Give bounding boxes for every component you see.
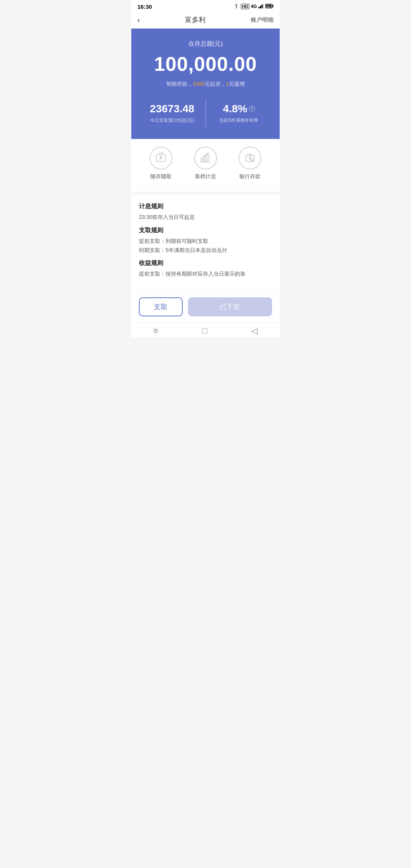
bank-deposit-icon: ¥	[239, 147, 261, 169]
today-interest-stat: 23673.48 今日支取预计结息(元)	[139, 99, 206, 128]
deposit-withdraw-icon: ¥	[150, 147, 172, 169]
nav-bar: ‹ 富多利 账户明细	[131, 11, 280, 29]
signal-icon	[258, 4, 264, 10]
feature-bank-deposit: ¥ 银行存款	[239, 147, 261, 180]
status-bar: 16:30 HD 4G 21	[131, 0, 280, 11]
wifi-icon	[233, 4, 239, 10]
feature-label-3: 银行存款	[239, 173, 261, 180]
hd-badge: HD	[241, 4, 249, 9]
feature-label-1: 随存随取	[150, 173, 172, 180]
hero-description: 智能存款，1000元起存，1元递增	[139, 81, 272, 88]
desc-unit2: 元递增	[229, 81, 245, 87]
svg-rect-2	[260, 6, 261, 8]
rate-stat: 4.8% ? 当前5年满期年利率	[206, 99, 272, 128]
total-amount: 100,000.00	[139, 53, 272, 75]
svg-rect-12	[204, 156, 206, 162]
nav-menu[interactable]: ≡	[153, 327, 158, 335]
svg-text:¥: ¥	[249, 155, 252, 161]
hero-stats: 23673.48 今日支取预计结息(元) 4.8% ? 当前5年满期年利率	[139, 99, 272, 128]
yield-rule-title: 收益规则	[139, 259, 272, 267]
interest-rule-title: 计息规则	[139, 203, 272, 211]
yield-rule-text: 提前支取：按持有期限对应存入当日展示的靠	[139, 270, 272, 279]
yield-rule-block: 收益规则 提前支取：按持有期限对应存入当日展示的靠	[139, 259, 272, 279]
features-divider	[131, 186, 280, 186]
rate-label: 当前5年满期年利率	[206, 117, 272, 124]
svg-rect-13	[207, 154, 209, 162]
account-detail-button[interactable]: 账户明细	[251, 16, 274, 24]
withdrawal-rule-text2: 到期支取：5年满期当日本息自动兑付	[139, 246, 272, 255]
nav-home[interactable]: □	[202, 327, 207, 335]
today-interest-value: 23673.48	[139, 103, 206, 115]
feature-tier-interest: 靠档计息	[194, 147, 217, 180]
nav-back[interactable]: ◁	[251, 327, 258, 335]
desc-unit1: 元起存，	[205, 81, 226, 87]
hero-section: 在存总额(元) 100,000.00 智能存款，1000元起存，1元递增 236…	[131, 29, 280, 139]
rate-value: 4.8%	[223, 103, 247, 115]
svg-point-14	[207, 153, 208, 155]
svg-rect-6	[273, 5, 274, 7]
rules-section: 计息规则 23:30前存入当日可起息 支取规则 提前支取：到期前可随时支取 到期…	[131, 195, 280, 291]
rate-value-container: 4.8% ?	[206, 103, 272, 115]
bottom-nav: ≡ □ ◁	[131, 322, 280, 337]
4g-icon: 4G	[251, 4, 257, 9]
feature-deposit-withdraw: ¥ 随存随取	[150, 147, 172, 180]
total-label: 在存总额(元)	[139, 40, 272, 48]
features-section: ¥ 随存随取 靠档计息	[131, 139, 280, 192]
svg-text:21: 21	[267, 5, 270, 8]
page-title: 富多利	[185, 15, 206, 24]
delisted-button: 已下架	[188, 297, 272, 316]
feature-label-2: 靠档计息	[195, 173, 216, 180]
svg-rect-11	[201, 158, 203, 162]
svg-text:¥: ¥	[159, 155, 162, 161]
svg-rect-4	[263, 4, 264, 8]
back-button[interactable]: ‹	[137, 16, 140, 24]
battery-icon: 21	[265, 4, 274, 10]
interest-rule-text: 23:30前存入当日可起息	[139, 213, 272, 222]
desc-prefix: 智能存款，	[166, 81, 193, 87]
rate-info-icon[interactable]: ?	[249, 106, 255, 112]
status-time: 16:30	[137, 3, 152, 10]
withdrawal-rule-block: 支取规则 提前支取：到期前可随时支取 到期支取：5年满期当日本息自动兑付	[139, 227, 272, 255]
withdraw-button[interactable]: 支取	[139, 297, 183, 316]
tier-interest-icon	[194, 147, 217, 169]
svg-rect-3	[261, 5, 263, 8]
menu-icon: ≡	[153, 327, 158, 335]
svg-point-0	[236, 8, 237, 8]
withdrawal-rule-text1: 提前支取：到期前可随时支取	[139, 237, 272, 246]
bottom-buttons: 支取 已下架	[131, 291, 280, 322]
svg-rect-1	[258, 7, 260, 8]
back-nav-icon: ◁	[251, 327, 258, 335]
home-icon: □	[202, 327, 207, 335]
features-row: ¥ 随存随取 靠档计息	[131, 147, 280, 180]
withdrawal-rule-title: 支取规则	[139, 227, 272, 235]
min-deposit: 1000	[193, 81, 205, 87]
status-icons: HD 4G 21	[233, 4, 274, 10]
interest-rule-block: 计息规则 23:30前存入当日可起息	[139, 203, 272, 222]
today-interest-label: 今日支取预计结息(元)	[139, 117, 206, 124]
